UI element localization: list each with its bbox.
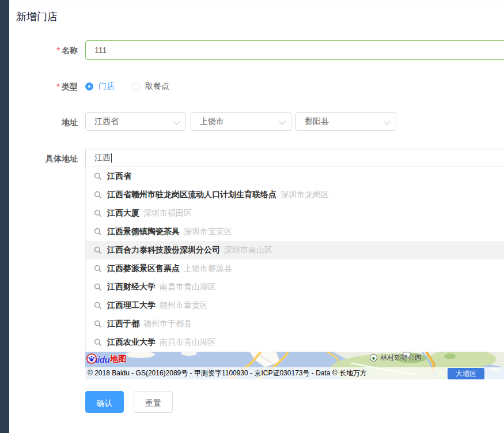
- chevron-down-icon: [173, 117, 181, 125]
- country-park-label: ♣ 林村郊野公园: [370, 353, 422, 363]
- suggestion-sub-text: 赣州市章贡区: [160, 300, 208, 311]
- district-name-badge: 大埔区: [448, 368, 484, 379]
- name-input[interactable]: [85, 40, 504, 60]
- city-select[interactable]: 上饶市: [191, 112, 291, 131]
- radio-store[interactable]: 门店: [85, 81, 115, 92]
- park-name: 林村郊野公园: [380, 353, 422, 363]
- name-label-text: 名称: [62, 46, 78, 55]
- radio-unselected-icon[interactable]: [132, 82, 140, 91]
- suggestion-item[interactable]: 江西省: [86, 167, 504, 186]
- type-label-text: 类型: [62, 82, 78, 91]
- sidebar-edge: [0, 0, 9, 433]
- province-select[interactable]: 江西省: [85, 112, 186, 131]
- suggestion-main-text: 江西景德镇陶瓷茶具: [107, 227, 180, 237]
- search-icon: [94, 172, 102, 180]
- type-radio-group: 门店 取餐点: [85, 81, 169, 92]
- search-icon: [94, 283, 102, 291]
- suggestion-item[interactable]: 江西省赣州市驻龙岗区流动人口计划生育联络点 深圳市龙岗区: [86, 186, 504, 204]
- baidu-map[interactable]: Bai du 地图 ♣ 林村郊野公园 大埔区 © 2018 Baidu - GS…: [85, 352, 504, 379]
- suggestion-item[interactable]: 江西景德镇陶瓷茶具 深圳市宝安区: [86, 223, 504, 241]
- suggestion-sub-text: 南昌市青山湖区: [160, 282, 216, 292]
- suggestion-item[interactable]: 江西婺源景区售票点 上饶市婺源县: [86, 259, 504, 278]
- suggestion-item[interactable]: 江西财经大学 南昌市青山湖区: [86, 278, 504, 296]
- address-suggestion-panel: 江西省 江西省赣州市驻龙岗区流动人口计划生育联络点 深圳市龙岗区 江西大厦 深圳…: [85, 167, 504, 352]
- suggestion-item[interactable]: 江西农业大学 南昌市青山湖区: [86, 333, 504, 352]
- suggestion-sub-text: 深圳市福田区: [143, 208, 192, 219]
- chevron-down-icon: [279, 117, 286, 125]
- province-value: 江西省: [94, 116, 173, 127]
- suggestion-main-text: 江西财经大学: [107, 282, 156, 292]
- address-label-text: 地址: [62, 118, 78, 127]
- search-icon: [94, 302, 102, 310]
- detail-address-value: 江西: [94, 153, 111, 163]
- search-icon: [94, 246, 102, 254]
- search-icon: [94, 338, 102, 347]
- suggestion-main-text: 江西大厦: [107, 208, 139, 219]
- detail-address-input[interactable]: 江西: [85, 149, 504, 167]
- suggestion-sub-text: 深圳市宝安区: [184, 227, 232, 237]
- suggestion-sub-text: 南昌市青山湖区: [160, 337, 216, 348]
- required-asterisk: *: [57, 46, 60, 55]
- suggestion-item[interactable]: 江西于都 赣州市于都县: [86, 315, 504, 333]
- suggestion-item-highlighted[interactable]: 江西合力泰科技股份深圳分公司 深圳市南山区: [86, 241, 504, 259]
- radio-pickup-point[interactable]: 取餐点: [132, 81, 169, 92]
- chevron-down-icon: [384, 117, 391, 125]
- suggestion-sub-text: 上饶市婺源县: [184, 263, 232, 274]
- suggestion-item[interactable]: 江西大厦 深圳市福田区: [86, 204, 504, 223]
- type-label: *类型: [0, 82, 78, 92]
- search-icon: [94, 320, 102, 328]
- detail-address-label: 具体地址: [0, 154, 78, 164]
- text-caret: [111, 153, 112, 163]
- suggestion-main-text: 江西理工大学: [107, 300, 156, 311]
- search-icon: [94, 265, 102, 273]
- detail-address-label-text: 具体地址: [46, 154, 78, 163]
- baidu-map-word: 地图: [110, 354, 126, 364]
- suggestion-main-text: 江西婺源景区售票点: [107, 263, 180, 274]
- required-asterisk: *: [57, 82, 60, 91]
- city-value: 上饶市: [200, 116, 279, 127]
- address-label: 地址: [0, 118, 78, 128]
- district-value: 鄱阳县: [305, 116, 384, 127]
- suggestion-main-text: 江西省: [107, 171, 131, 182]
- suggestion-sub-text: 赣州市于都县: [143, 319, 192, 329]
- district-select[interactable]: 鄱阳县: [295, 112, 396, 131]
- suggestion-main-text: 江西农业大学: [107, 337, 156, 348]
- suggestion-item[interactable]: 江西理工大学 赣州市章贡区: [86, 296, 504, 315]
- name-label: *名称: [0, 46, 78, 56]
- radio-selected-icon[interactable]: [85, 82, 93, 91]
- park-tree-icon: ♣: [370, 354, 377, 362]
- header-divider: [9, 2, 504, 2]
- search-icon: [94, 191, 102, 199]
- suggestion-sub-text: 深圳市龙岗区: [281, 190, 329, 200]
- baidu-paw-icon: [86, 353, 97, 364]
- baidu-map-logo: Bai du 地图: [87, 353, 126, 365]
- suggestion-main-text: 江西于都: [107, 319, 139, 329]
- suggestion-main-text: 江西省赣州市驻龙岗区流动人口计划生育联络点: [107, 190, 276, 200]
- suggestion-sub-text: 深圳市南山区: [224, 245, 272, 255]
- confirm-button[interactable]: 确认: [85, 391, 124, 413]
- reset-button[interactable]: 重置: [134, 391, 173, 413]
- page-title: 新增门店: [16, 10, 58, 24]
- suggestion-main-text: 江西合力泰科技股份深圳分公司: [107, 245, 220, 255]
- baidu-logo-text: du: [100, 355, 109, 364]
- search-icon: [94, 228, 102, 236]
- radio-pickup-label: 取餐点: [145, 81, 169, 92]
- search-icon: [94, 209, 102, 217]
- radio-store-label: 门店: [98, 81, 115, 92]
- map-copyright: © 2018 Baidu - GS(2016)2089号 - 甲测资字11009…: [85, 367, 504, 379]
